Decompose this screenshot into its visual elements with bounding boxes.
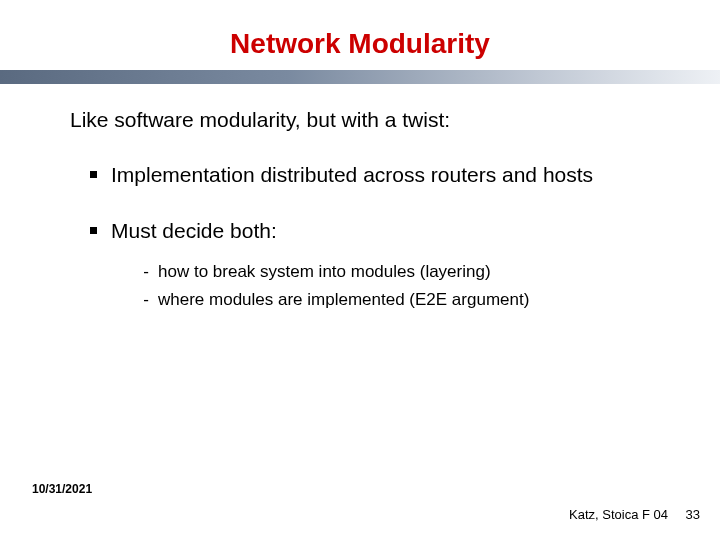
square-bullet-icon [90,171,97,178]
sub-bullet-list: - how to break system into modules (laye… [70,261,650,311]
sub-bullet-text: how to break system into modules (layeri… [158,261,491,283]
bullet-text: Implementation distributed across router… [111,162,593,188]
bullet-text: Must decide both: [111,218,277,244]
slide: Network Modularity Like software modular… [0,0,720,540]
footer-date: 10/31/2021 [32,482,92,496]
dash-icon: - [140,261,152,283]
content-area: Like software modularity, but with a twi… [0,108,720,311]
divider-bar [0,70,720,84]
sub-bullet-item: - where modules are implemented (E2E arg… [140,289,650,311]
square-bullet-icon [90,227,97,234]
slide-title: Network Modularity [0,0,720,70]
dash-icon: - [140,289,152,311]
bullet-item: Must decide both: [70,218,650,244]
sub-bullet-text: where modules are implemented (E2E argum… [158,289,529,311]
lead-text: Like software modularity, but with a twi… [70,108,650,132]
footer-attribution: Katz, Stoica F 04 [569,507,668,522]
sub-bullet-item: - how to break system into modules (laye… [140,261,650,283]
footer-page-number: 33 [686,507,700,522]
bullet-item: Implementation distributed across router… [70,162,650,188]
